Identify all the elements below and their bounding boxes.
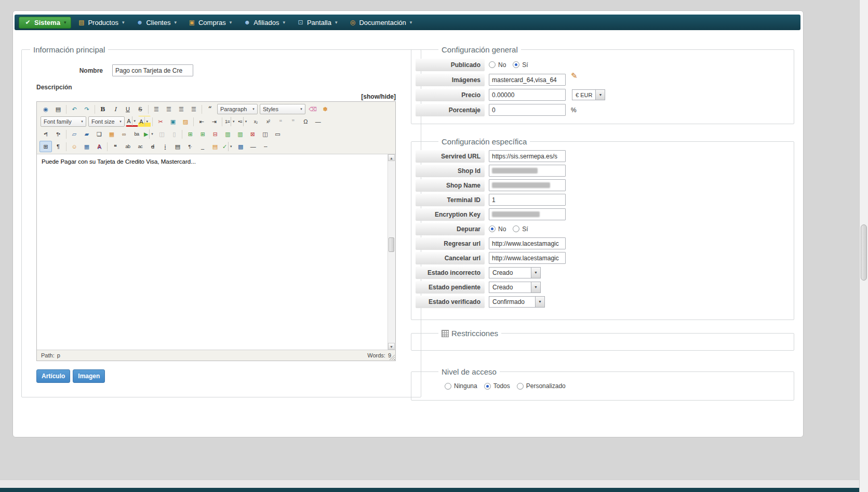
template-icon[interactable]: ▤ <box>209 141 221 152</box>
cut-icon[interactable]: ✂ <box>154 116 167 127</box>
numbered-list-icon[interactable]: 1≡▾ <box>224 116 237 127</box>
align-left-icon[interactable]: ☰ <box>150 103 163 115</box>
text-color-icon[interactable]: A▾ <box>126 117 138 127</box>
chevron-down-icon[interactable]: ▾ <box>144 117 150 126</box>
translate-icon[interactable]: ba <box>130 128 143 140</box>
ltr-icon[interactable]: •¶ <box>39 128 52 140</box>
attributes-icon[interactable]: ▤ <box>171 141 184 152</box>
scroll-down-icon[interactable]: ▼ <box>388 343 395 350</box>
undo-icon[interactable]: ↶ <box>68 103 81 115</box>
nonbreaking-icon[interactable]: _ <box>196 141 209 152</box>
acceso-todos-radio[interactable] <box>484 383 491 390</box>
remove-format-icon[interactable]: ⌫ <box>306 103 319 115</box>
cleanup-icon[interactable]: ✽ <box>319 103 331 115</box>
help-icon[interactable]: ◉ <box>39 103 52 115</box>
publicado-no-radio[interactable] <box>489 61 496 68</box>
vertical-scrollbar-thumb[interactable] <box>861 224 867 281</box>
align-right-icon[interactable]: ☰ <box>175 103 188 115</box>
media-icon[interactable]: ▦ <box>81 141 93 152</box>
special-char-icon[interactable]: Ω <box>299 116 312 127</box>
nombre-input[interactable] <box>112 64 193 76</box>
imagenes-input[interactable] <box>489 74 566 86</box>
acceso-ninguna-radio[interactable] <box>445 383 451 390</box>
insert-row-after-icon[interactable]: ⊞ <box>196 128 209 140</box>
cite-icon[interactable]: ❝ <box>274 116 287 127</box>
advanced-image-icon[interactable]: ▩ <box>234 141 247 152</box>
estado-pendiente-select[interactable]: Creado▼ <box>489 282 541 293</box>
acronym-icon[interactable]: ac <box>134 141 146 152</box>
precio-input[interactable] <box>489 89 566 101</box>
porcentaje-input[interactable] <box>489 104 566 116</box>
currency-select[interactable]: € EUR ▼ <box>572 89 605 100</box>
new-document-icon[interactable]: ▤ <box>52 103 64 115</box>
insert-row-before-icon[interactable]: ⊞ <box>184 128 196 140</box>
delete-col-icon[interactable]: ⊠ <box>246 128 259 140</box>
servired-url-input[interactable] <box>489 150 566 162</box>
horizontal-rule-icon[interactable]: ― <box>312 116 324 127</box>
publicado-si-radio[interactable] <box>513 61 519 68</box>
visual-chars-icon[interactable]: ¶· <box>184 141 196 152</box>
underline-icon[interactable]: U <box>122 103 134 115</box>
nav-item-documentacion[interactable]: ◎Documentación▾ <box>343 17 417 29</box>
align-justify-icon[interactable]: ☰ <box>188 103 200 115</box>
estado-verificado-select[interactable]: Confirmado▼ <box>489 296 545 308</box>
chevron-down-icon[interactable]: ▾ <box>231 117 236 126</box>
editor-scrollbar[interactable]: ▲ ▼ <box>388 154 395 350</box>
align-center-icon[interactable]: ☰ <box>163 103 175 115</box>
nav-item-sistema[interactable]: ✔Sistema▾ <box>19 17 71 29</box>
bold-icon[interactable]: B <box>97 103 109 115</box>
nav-item-pantalla[interactable]: ⊡Pantalla▾ <box>291 17 343 29</box>
articulo-button[interactable]: Artículo <box>36 369 70 383</box>
bring-forward-icon[interactable]: ▰ <box>81 128 93 140</box>
editor-content[interactable]: Puede Pagar con su Tarjeta de Credito Vi… <box>37 154 387 169</box>
superscript-icon[interactable]: x² <box>262 116 274 127</box>
highlight-color-icon[interactable]: A▾ <box>138 116 151 127</box>
vertical-scrollbar-track[interactable] <box>859 0 868 492</box>
imagen-button[interactable]: Imagen <box>73 369 105 383</box>
encryption-key-input[interactable] <box>489 208 566 220</box>
styles-select[interactable]: Styles▾ <box>260 104 305 114</box>
edit-image-icon[interactable]: ✎ <box>571 71 578 81</box>
estado-incorrecto-select[interactable]: Creado▼ <box>489 267 541 278</box>
italic-icon[interactable]: I <box>109 103 122 115</box>
chevron-down-icon[interactable]: ▾ <box>228 142 233 151</box>
chevron-down-icon[interactable]: ▼ <box>595 90 605 100</box>
blockquote-icon[interactable]: “ <box>204 103 216 115</box>
chevron-down-icon[interactable]: ▼ <box>535 297 544 307</box>
indent-icon[interactable]: ⇥ <box>208 116 220 127</box>
edit-css-icon[interactable]: ◫ <box>155 128 168 140</box>
depurar-si-radio[interactable] <box>513 225 519 232</box>
redo-icon[interactable]: ↷ <box>81 103 93 115</box>
shop-name-input[interactable] <box>489 179 566 191</box>
chevron-down-icon[interactable]: ▼ <box>531 268 540 278</box>
copy-icon[interactable]: ▣ <box>167 116 179 127</box>
terminal-id-input[interactable] <box>489 194 566 206</box>
paste-icon[interactable]: ▨ <box>179 116 192 127</box>
send-backward-icon[interactable]: ❏ <box>93 128 105 140</box>
scroll-up-icon[interactable]: ▲ <box>388 154 395 161</box>
insert-col-after-icon[interactable]: ▥ <box>234 128 246 140</box>
insert-col-before-icon[interactable]: ▥ <box>221 128 234 140</box>
subscript-icon[interactable]: x₂ <box>249 116 262 127</box>
nav-item-afiliados[interactable]: ☻Afiliados▾ <box>238 17 290 29</box>
restricciones-checkbox-icon[interactable] <box>442 330 449 337</box>
fullpage-icon[interactable]: ▯ <box>168 128 180 140</box>
paragraph-select[interactable]: Paragraph▾ <box>217 104 258 114</box>
table-icon[interactable]: ⊞ <box>39 141 52 152</box>
chevron-down-icon[interactable]: ▾ <box>132 116 137 126</box>
insert-layer-icon[interactable]: ▱ <box>68 128 81 140</box>
emotions-icon[interactable]: ☺ <box>68 141 81 152</box>
nav-item-clientes[interactable]: ☻Clientes▾ <box>130 17 182 29</box>
depurar-no-radio[interactable] <box>489 225 496 232</box>
visual-aid-icon[interactable]: ¶ <box>52 141 64 152</box>
font-family-select[interactable]: Font family▾ <box>41 116 86 127</box>
merge-cells-icon[interactable]: ▭ <box>271 128 284 140</box>
chevron-down-icon[interactable]: ▾ <box>243 117 248 126</box>
nav-item-compras[interactable]: ▣Compras▾ <box>183 17 237 29</box>
advanced-hr-icon[interactable]: ― <box>247 141 259 152</box>
bullet-list-icon[interactable]: •≡▾ <box>237 116 249 127</box>
horizontal-scrollbar-track[interactable] <box>0 480 859 488</box>
split-cells-icon[interactable]: ◫ <box>259 128 271 140</box>
delete-row-icon[interactable]: ⊟ <box>209 128 221 140</box>
cancelar-url-input[interactable] <box>489 252 566 264</box>
